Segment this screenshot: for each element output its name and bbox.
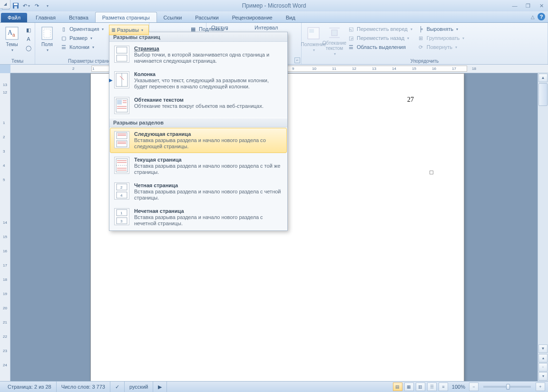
orientation-button[interactable]: ▯Ориентация▾ — [58, 25, 106, 33]
theme-effects-icon[interactable]: ◯ — [23, 44, 32, 52]
restore-button[interactable]: ❐ — [523, 2, 533, 10]
rotate-button[interactable]: ⟳Повернуть▾ — [415, 43, 467, 51]
svg-rect-14 — [117, 55, 127, 61]
view-print-layout[interactable]: ▤ — [393, 382, 402, 391]
break-evenpage-icon: 24 — [114, 182, 129, 200]
indent-label: Отступ — [211, 25, 246, 30]
next-page-button[interactable]: ▾ — [538, 372, 548, 381]
break-column[interactable]: КолонкаУказывает, что текст, следующий з… — [110, 68, 287, 93]
status-macro[interactable]: ▶ — [153, 382, 167, 392]
size-button[interactable]: ▢Размер▾ — [58, 34, 106, 42]
svg-rect-1 — [14, 3, 18, 5]
svg-text:2: 2 — [120, 185, 123, 190]
break-nextpage-icon — [114, 131, 129, 148]
zoom-slider[interactable] — [483, 386, 531, 388]
tab-file[interactable]: Файл — [1, 13, 27, 22]
margins-button[interactable]: Поля▾ — [37, 24, 57, 56]
group-label-arrange: Упорядочить — [302, 58, 548, 64]
break-odd-page[interactable]: 13 Нечетная страницаВставка разрыва разд… — [110, 205, 287, 230]
minimize-ribbon-icon[interactable]: △ — [531, 14, 535, 19]
break-oddpage-icon: 13 — [114, 208, 129, 225]
vertical-scrollbar[interactable]: ▲ ▼ ▴ ◦ ▾ — [538, 73, 548, 381]
zoom-level[interactable]: 100% — [452, 384, 465, 390]
prev-page-button[interactable]: ▴ — [538, 354, 548, 363]
help-button[interactable]: ? — [538, 13, 545, 20]
group-button[interactable]: ⊞Группировать▾ — [415, 34, 467, 42]
status-bar: Страница: 2 из 28 Число слов: 3 773 ✓ ру… — [0, 381, 548, 392]
undo-icon[interactable]: ↶▾ — [22, 1, 30, 10]
align-icon: ╞ — [417, 25, 425, 33]
position-icon — [306, 26, 321, 41]
scroll-down-button[interactable]: ▼ — [538, 344, 548, 353]
quick-access-toolbar: ↶▾ ↷ ▾ — [11, 1, 51, 10]
break-continuous-icon — [114, 157, 129, 174]
spacing-label: Интервал — [254, 25, 288, 30]
break-continuous[interactable]: Текущая страницаВставка разрыва раздела … — [110, 153, 287, 179]
position-button[interactable]: Положение▾ — [303, 24, 323, 56]
svg-rect-6 — [42, 27, 52, 39]
theme-colors-icon[interactable]: ◧ — [23, 26, 32, 34]
status-proofing[interactable]: ✓ — [110, 382, 125, 392]
zoom-thumb[interactable] — [506, 384, 510, 390]
breaks-dropdown: Разрывы страниц СтраницаВыбор точки, в к… — [109, 32, 288, 231]
tab-mailings[interactable]: Рассылки — [188, 12, 225, 22]
zoom-in-button[interactable]: + — [536, 382, 545, 391]
tab-insert[interactable]: Вставка — [62, 12, 95, 22]
close-button[interactable]: ✕ — [537, 2, 546, 10]
paragraph-mark — [430, 171, 433, 174]
tab-references[interactable]: Ссылки — [157, 12, 189, 22]
tab-page-layout[interactable]: Разметка страницы — [95, 12, 157, 22]
align-button[interactable]: ╞Выровнять▾ — [415, 25, 467, 33]
breaks-section-section: Разрывы разделов — [109, 118, 287, 127]
break-text-wrap[interactable]: Обтекание текстомОбтекание текста вокруг… — [110, 94, 287, 117]
window-title: Пример - Microsoft Word — [0, 2, 548, 9]
zoom-out-button[interactable]: − — [469, 382, 479, 391]
tab-home[interactable]: Главная — [29, 12, 62, 22]
columns-button[interactable]: ☰Колонки▾ — [58, 43, 106, 51]
menu-arrow-icon: ▶ — [109, 77, 113, 83]
proofing-icon: ✓ — [115, 384, 119, 390]
view-full-screen[interactable]: ▦ — [404, 382, 414, 391]
svg-text:a: a — [12, 32, 15, 38]
view-web-layout[interactable]: ▥ — [416, 382, 425, 391]
columns-icon: ☰ — [60, 43, 68, 51]
svg-rect-2 — [14, 6, 17, 9]
svg-rect-18 — [117, 100, 122, 105]
break-page-icon — [114, 46, 129, 63]
minimize-button[interactable]: — — [510, 2, 519, 10]
selection-pane-button[interactable]: ☰Область выделения — [345, 43, 414, 51]
qat-menu-icon[interactable]: ▾ — [43, 1, 51, 10]
scroll-up-button[interactable]: ▲ — [538, 74, 548, 82]
selection-pane-icon: ☰ — [347, 43, 355, 51]
themes-button[interactable]: Aa Темы▾ — [2, 24, 22, 56]
themes-icon: Aa — [4, 26, 20, 41]
svg-rect-9 — [309, 29, 314, 33]
view-draft[interactable]: ≡ — [439, 382, 448, 391]
browse-object-button[interactable]: ◦ — [538, 363, 548, 372]
tab-view[interactable]: Вид — [279, 12, 302, 22]
theme-fonts-icon[interactable]: A — [23, 35, 32, 43]
ruler-corner[interactable]: ◢ — [0, 0, 10, 9]
view-outline[interactable]: ☰ — [427, 382, 437, 391]
bring-forward-button[interactable]: ◱Переместить вперед▾ — [345, 25, 414, 33]
tab-review[interactable]: Рецензирование — [225, 12, 279, 22]
scroll-thumb[interactable] — [538, 83, 548, 106]
break-even-page[interactable]: 24 Четная страницаВставка разрыва раздел… — [110, 179, 287, 204]
status-page[interactable]: Страница: 2 из 28 — [3, 382, 57, 392]
breaks-button[interactable]: ≣ Разрывы▾ — [109, 25, 149, 35]
redo-icon[interactable]: ↷ — [32, 1, 41, 10]
rotate-icon: ⟳ — [417, 43, 425, 51]
svg-text:1: 1 — [120, 211, 123, 215]
vertical-ruler[interactable]: 1312123451415161718192021222324 — [0, 73, 10, 381]
wrap-text-button[interactable]: Обтекание текстом▾ — [324, 24, 344, 56]
bring-forward-icon: ◱ — [347, 25, 355, 33]
status-word-count[interactable]: Число слов: 3 773 — [57, 382, 110, 392]
break-page[interactable]: СтраницаВыбор точки, в которой заканчива… — [110, 42, 287, 67]
group-label-themes: Темы — [0, 58, 35, 64]
macro-icon: ▶ — [158, 384, 162, 390]
send-backward-button[interactable]: ◲Переместить назад▾ — [345, 34, 414, 42]
save-icon[interactable] — [11, 1, 20, 10]
break-next-page[interactable]: Следующая страницаВставка разрыва раздел… — [110, 128, 287, 153]
status-language[interactable]: русский — [125, 382, 153, 392]
paragraph-launcher[interactable]: ⌐ — [294, 57, 300, 63]
